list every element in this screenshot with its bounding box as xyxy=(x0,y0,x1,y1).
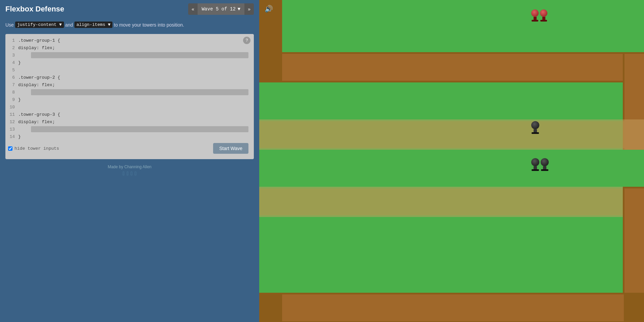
credits-text: Made by Channing Allen xyxy=(3,165,257,169)
code-line-4: 4 } xyxy=(5,59,254,66)
prev-wave-button[interactable]: « xyxy=(188,3,198,15)
align-items-keyword[interactable]: align-items ▼ xyxy=(74,22,112,28)
tower-red-2 xyxy=(540,9,547,22)
instruction-bar: Use justify-content ▼ and align-items ▼ … xyxy=(0,18,259,31)
line-content-4: } xyxy=(18,60,254,65)
app-title: Flexbox Defense xyxy=(5,5,64,13)
hide-checkbox-text: hide tower inputs xyxy=(14,146,59,151)
line-num-2: 2 xyxy=(5,45,18,50)
code-line-12: 12 display: flex; xyxy=(5,118,254,126)
facebook-icon[interactable]:  xyxy=(123,171,125,177)
line-content-1: .tower-group-1 { xyxy=(18,38,254,43)
social-icons:     xyxy=(3,171,257,177)
tower-head-black-3 xyxy=(541,158,549,166)
help-button[interactable]: ? xyxy=(243,37,250,44)
line-content-11: .tower-group-3 { xyxy=(18,112,254,117)
tower-neck-black-3 xyxy=(543,166,546,169)
hide-tower-inputs-label[interactable]: hide tower inputs xyxy=(8,146,59,151)
line-num-4: 4 xyxy=(5,60,18,65)
code-line-10: 10 xyxy=(5,103,254,111)
code-input-row-3: 3 xyxy=(5,51,254,59)
tower-red-1 xyxy=(531,9,539,22)
line-num-7: 7 xyxy=(5,82,18,87)
tower-neck-black-1 xyxy=(534,129,537,132)
code-input-8[interactable] xyxy=(31,89,248,95)
line-num-14: 14 xyxy=(5,134,18,139)
line-num-6: 6 xyxy=(5,75,18,80)
line-content-7: display: flex; xyxy=(18,82,254,87)
linkedin-icon[interactable]:  xyxy=(131,171,133,177)
wave-label: Wave 5 of 12 xyxy=(202,6,236,12)
tower-black-3 xyxy=(541,158,549,171)
line-num-8: 8 xyxy=(5,90,18,95)
github-icon[interactable]:  xyxy=(135,171,137,177)
tower-group-2 xyxy=(531,121,539,134)
tower-base-black-1 xyxy=(532,132,539,134)
code-input-3[interactable] xyxy=(31,52,248,58)
tower-base-red-2 xyxy=(540,20,547,22)
svg-rect-14 xyxy=(259,150,644,190)
justify-content-keyword[interactable]: justify-content ▼ xyxy=(15,22,64,28)
line-num-11: 11 xyxy=(5,112,18,117)
line-num-13: 13 xyxy=(5,127,18,132)
line-num-3: 3 xyxy=(5,53,18,58)
sound-icon[interactable]: 🔊 xyxy=(265,5,273,13)
svg-rect-3 xyxy=(282,54,644,81)
top-bar: Flexbox Defense « Wave 5 of 12 ▼ » xyxy=(0,0,259,18)
wave-dropdown-arrow: ▼ xyxy=(238,6,240,12)
game-panel: 🔊 xyxy=(259,0,644,322)
line-content-6: .tower-group-2 { xyxy=(18,75,254,80)
tower-head-black-2 xyxy=(531,158,539,166)
code-line-9: 9 } xyxy=(5,96,254,103)
tower-neck-red-2 xyxy=(542,17,545,20)
instruction-text-before: Use xyxy=(5,22,14,28)
line-num-1: 1 xyxy=(5,38,18,43)
code-editor: ? 1 .tower-group-1 {2 display: flex;3 4 … xyxy=(5,34,254,159)
instruction-text-after: to move your towers into position. xyxy=(114,22,184,28)
game-canvas xyxy=(259,0,644,322)
start-wave-button[interactable]: Start Wave xyxy=(213,143,248,154)
code-line-11: 11 .tower-group-3 { xyxy=(5,111,254,118)
svg-rect-16 xyxy=(259,188,624,215)
tower-neck-black-2 xyxy=(534,166,537,169)
tower-head-red-1 xyxy=(531,9,539,17)
code-line-2: 2 display: flex; xyxy=(5,44,254,51)
line-num-10: 10 xyxy=(5,105,18,110)
footer-credits: Made by Channing Allen     xyxy=(0,162,259,179)
code-input-row-13: 13 xyxy=(5,126,254,133)
instruction-text-between: and xyxy=(65,22,73,28)
tower-group-3 xyxy=(531,158,549,171)
code-line-1: 1 .tower-group-1 { xyxy=(5,37,254,44)
editor-lines: 1 .tower-group-1 {2 display: flex;3 4 }5… xyxy=(5,37,254,140)
line-content-2: display: flex; xyxy=(18,45,254,50)
code-line-5: 5 xyxy=(5,66,254,74)
tower-base-black-2 xyxy=(532,169,539,171)
line-content-9: } xyxy=(18,97,254,102)
code-line-7: 7 display: flex; xyxy=(5,81,254,88)
line-num-5: 5 xyxy=(5,68,18,73)
tower-head-black-1 xyxy=(531,121,539,129)
tower-black-2 xyxy=(531,158,539,171)
tower-black-1 xyxy=(531,121,539,134)
line-content-12: display: flex; xyxy=(18,119,254,124)
tower-head-red-2 xyxy=(540,9,547,17)
wave-controls: « Wave 5 of 12 ▼ » xyxy=(188,3,254,15)
code-input-row-8: 8 xyxy=(5,88,254,96)
svg-rect-20 xyxy=(282,294,624,321)
left-panel: Flexbox Defense « Wave 5 of 12 ▼ » Use j… xyxy=(0,0,259,322)
code-line-6: 6 .tower-group-2 { xyxy=(5,74,254,81)
editor-footer: hide tower inputs Start Wave xyxy=(5,140,254,156)
hide-tower-inputs-checkbox[interactable] xyxy=(8,146,12,151)
code-input-13[interactable] xyxy=(31,126,248,132)
twitter-icon[interactable]:  xyxy=(127,171,129,177)
tower-neck-red-1 xyxy=(534,17,537,20)
line-num-9: 9 xyxy=(5,97,18,102)
tower-group-1 xyxy=(531,9,547,22)
svg-rect-13 xyxy=(259,121,624,148)
next-wave-button[interactable]: » xyxy=(244,3,254,15)
tower-base-black-3 xyxy=(541,169,548,171)
tower-base-red-1 xyxy=(532,20,538,22)
line-content-14: } xyxy=(18,134,254,139)
line-num-12: 12 xyxy=(5,119,18,124)
wave-selector[interactable]: Wave 5 of 12 ▼ xyxy=(198,3,244,15)
